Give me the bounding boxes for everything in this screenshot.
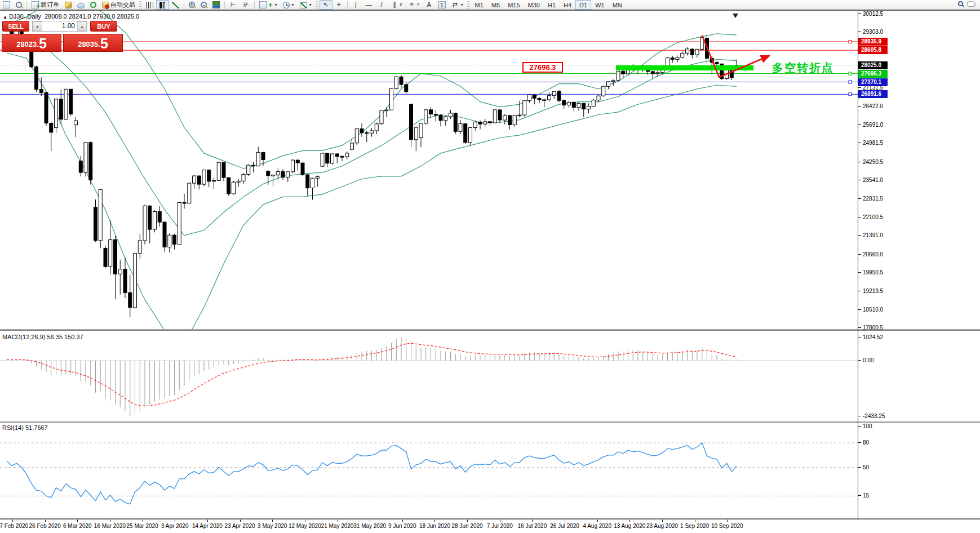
chart-shift-button[interactable]: ⊬ xyxy=(240,0,252,10)
date-tick xyxy=(727,519,728,522)
fibonacci-button[interactable]: ≡F xyxy=(405,0,422,10)
arrows-button[interactable]: ⇄▾ xyxy=(449,0,466,10)
line-handle[interactable] xyxy=(849,41,852,43)
price-badge-28935.9: 28935.9 xyxy=(858,38,888,46)
date-label: 17 Feb 2020 xyxy=(0,523,28,529)
new-order-button[interactable]: 新订单 xyxy=(29,0,62,10)
bar-chart-button[interactable] xyxy=(143,0,156,10)
price-tick-label: 25691.0 xyxy=(858,122,883,128)
timeframe-m15[interactable]: M15 xyxy=(504,0,524,10)
candle-body xyxy=(617,71,620,80)
timeframe-w1[interactable]: W1 xyxy=(591,0,609,10)
candle-body xyxy=(89,143,92,180)
history-center-button[interactable] xyxy=(62,0,74,10)
signals-button[interactable] xyxy=(87,0,99,10)
date-label: 13 Aug 2020 xyxy=(614,523,645,529)
candlestick-chart[interactable] xyxy=(0,11,858,329)
turning-point-annotation[interactable]: 多空转折点 xyxy=(772,60,834,75)
candle-body xyxy=(385,110,388,111)
date-tick xyxy=(565,519,565,522)
auto-scroll-button[interactable]: ⊢ xyxy=(227,0,240,10)
candlestick-chart-button[interactable] xyxy=(156,0,169,10)
history-center-icon xyxy=(65,2,72,8)
collapse-arrow-icon[interactable]: ▲ xyxy=(3,15,7,20)
candle-body xyxy=(611,81,615,82)
channel-button[interactable]: ∥E xyxy=(388,0,406,10)
date-label: 23 Apr 2020 xyxy=(225,523,255,529)
pane-divider[interactable] xyxy=(0,421,980,423)
line-chart-button[interactable] xyxy=(169,0,182,10)
crosshair-button[interactable]: + xyxy=(332,0,345,10)
volume-increase-button[interactable]: ▲ xyxy=(77,21,87,31)
candle-body xyxy=(316,177,319,179)
rsi-pane[interactable]: RSI(14) 51.7667 xyxy=(0,422,858,518)
level-price-label[interactable]: 27696.3 xyxy=(522,62,563,73)
horizontal-line-button[interactable]: — xyxy=(362,0,375,10)
sell-button[interactable]: SELL xyxy=(2,21,29,32)
zoom-in-icon: + xyxy=(189,2,195,8)
candle-body xyxy=(296,160,299,163)
date-label: 26 Feb 2020 xyxy=(29,523,61,529)
line-handle[interactable] xyxy=(849,93,852,96)
candle-body xyxy=(538,99,541,100)
price-badge-28605.8: 28605.8 xyxy=(858,46,888,54)
volume-decrease-button[interactable]: ▼ xyxy=(33,21,42,31)
candle-body xyxy=(484,122,487,124)
macd-pane[interactable]: MACD(12,26,9) 56.35 150.37 xyxy=(0,330,858,421)
candle-body xyxy=(473,122,477,128)
text-tool-button[interactable]: A xyxy=(423,0,436,10)
candle-body xyxy=(261,152,265,159)
line-handle[interactable] xyxy=(849,72,852,75)
periods-clock-icon xyxy=(283,2,290,8)
publish-chart-button[interactable] xyxy=(74,0,87,10)
search-icon[interactable] xyxy=(958,1,963,6)
timeframe-d1[interactable]: D1 xyxy=(575,0,591,10)
zoom-in-button[interactable]: + xyxy=(186,0,198,10)
data-window-button[interactable] xyxy=(13,0,25,10)
timeframe-mn[interactable]: MN xyxy=(609,0,626,10)
main-chart-pane[interactable]: ▲DJ30-,Daily 28008.0 28241.0 27930.0 280… xyxy=(0,11,858,329)
timeframe-h1[interactable]: H1 xyxy=(544,0,560,10)
timeframe-m5[interactable]: M5 xyxy=(487,0,504,10)
date-label: 25 Mar 2020 xyxy=(127,523,158,529)
price-tick-label: 18510.0 xyxy=(858,307,883,313)
date-tick xyxy=(629,519,630,522)
chart-window-button[interactable] xyxy=(0,0,13,10)
tile-windows-button[interactable] xyxy=(210,0,223,10)
volume-value[interactable]: 1.00 xyxy=(42,21,77,31)
date-label: 12 May 2020 xyxy=(289,523,321,529)
one-click-trade-panel: SELL ▼ 1.00 ▲ BUY 28023.5 28035.5 xyxy=(2,21,125,32)
autotrading-icon xyxy=(102,2,109,8)
periods-button[interactable]: ▾ xyxy=(280,0,297,10)
time-axis[interactable]: 17 Feb 202026 Feb 20206 Mar 202016 Mar 2… xyxy=(0,519,980,533)
candle-body xyxy=(311,178,314,188)
timeframe-m30[interactable]: M30 xyxy=(524,0,544,10)
vertical-line-button[interactable]: | xyxy=(349,0,362,10)
text-label-button[interactable]: T xyxy=(436,0,449,10)
templates-button[interactable]: ▾ xyxy=(297,0,314,10)
candle-body xyxy=(321,153,324,166)
candle-body xyxy=(74,121,78,125)
cursor-button[interactable]: ↖ xyxy=(320,0,332,10)
buy-price-button[interactable]: 28035.5 xyxy=(63,34,123,52)
indicators-button[interactable]: +▾ xyxy=(256,0,280,10)
autotrading-button[interactable]: 自动交易 xyxy=(99,0,138,10)
candle-body xyxy=(242,175,245,181)
date-label: 26 Jul 2020 xyxy=(550,523,579,529)
candle-body xyxy=(651,72,654,74)
main-price-axis[interactable]: 30012.529303.027131.526422.025691.024981… xyxy=(858,11,980,329)
publish-chart-icon xyxy=(77,3,85,8)
chevron-down-icon: ▾ xyxy=(309,2,312,7)
buy-button[interactable]: BUY xyxy=(90,21,117,32)
timeframe-m1[interactable]: M1 xyxy=(471,0,487,10)
timeframe-h4[interactable]: H4 xyxy=(560,0,575,10)
sell-price-button[interactable]: 28023.5 xyxy=(2,34,61,52)
candle-body xyxy=(607,82,610,87)
trendline-button[interactable]: / xyxy=(375,0,388,10)
line-handle[interactable] xyxy=(849,81,852,83)
support-zone-bar[interactable] xyxy=(616,65,753,70)
candle-body xyxy=(193,176,196,183)
chat-icon[interactable] xyxy=(969,2,975,7)
zoom-out-button[interactable]: - xyxy=(198,0,210,10)
pane-divider[interactable] xyxy=(0,329,980,331)
